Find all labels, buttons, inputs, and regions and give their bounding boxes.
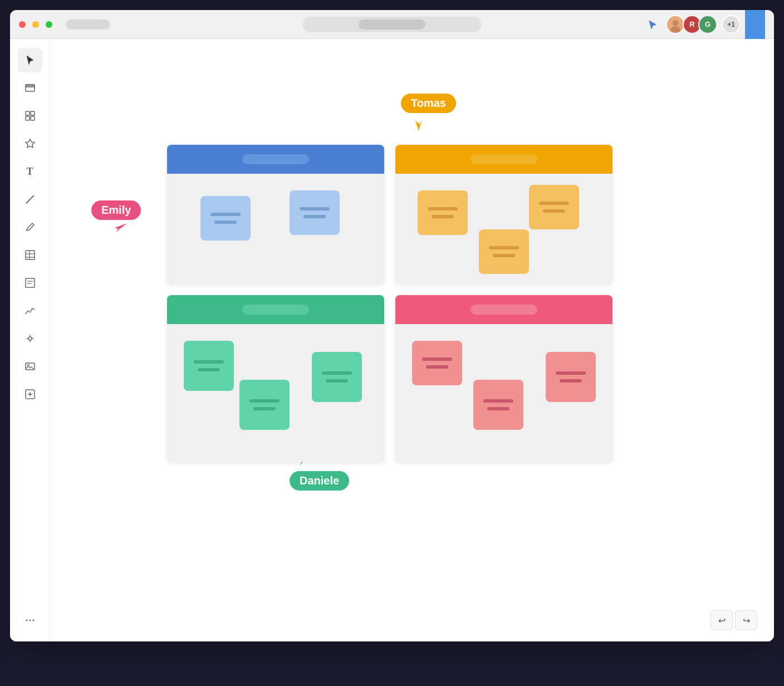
svg-point-27 [26,620,27,621]
svg-rect-14 [26,278,35,287]
sidebar-item-image[interactable] [18,354,42,379]
canvas[interactable]: Emily Tomas [50,39,774,641]
sidebar-item-select[interactable] [18,48,42,72]
url-bar[interactable] [303,17,481,32]
title-bar-right: R G +1 [644,10,765,39]
title-bar-left [19,19,110,30]
undo-button[interactable]: ↩ [710,610,733,630]
sidebar-item-mindmap[interactable] [18,326,42,351]
svg-rect-4 [26,85,35,87]
emily-label: Emily [91,200,141,220]
sidebar-item-line[interactable] [18,187,42,212]
sidebar-item-favorites[interactable] [18,131,42,156]
svg-rect-6 [31,111,35,115]
card-orange-1[interactable] [418,190,468,235]
svg-rect-5 [26,111,30,115]
avatar-group: R G [686,15,717,34]
collaborators-more[interactable]: +1 [722,15,741,34]
avatar-emily[interactable] [666,15,685,34]
board-orange-header [395,145,612,174]
back-forward-bar [66,19,110,30]
card-green-3[interactable] [312,352,362,402]
minimize-btn[interactable] [32,21,39,28]
action-button[interactable] [745,10,765,39]
card-green-2[interactable] [239,380,290,430]
cursor-tool-btn[interactable] [644,16,661,33]
sidebar-item-pen[interactable] [18,215,42,239]
redo-button[interactable]: ↪ [735,610,757,630]
emily-arrow-icon [111,220,129,241]
card-blue-1[interactable] [200,196,251,241]
board-orange [395,145,612,284]
browser-window: R G +1 [10,10,774,641]
main-area: T [10,39,774,641]
address-text [359,19,425,30]
card-pink-1[interactable] [412,341,462,385]
svg-point-28 [29,620,31,621]
tomas-label: Tomas [401,94,456,113]
board-pink [395,295,612,462]
svg-rect-8 [31,116,35,120]
svg-point-23 [27,365,29,366]
card-orange-3[interactable] [479,229,529,274]
card-pink-3[interactable] [546,352,596,402]
undo-redo-controls: ↩ ↪ [710,610,757,630]
cursor-tomas: Tomas [401,94,456,134]
board-pink-header [395,295,612,324]
board-blue [167,145,384,284]
daniele-label: Daniele [290,471,349,491]
sidebar-item-chart[interactable] [18,298,42,323]
svg-line-9 [26,195,34,203]
sidebar: T [10,39,50,641]
sidebar-item-frames[interactable] [18,76,42,100]
board-blue-body [167,174,384,284]
board-green-body [167,324,384,462]
svg-point-17 [28,337,32,340]
sidebar-item-text[interactable]: T [18,159,42,184]
tomas-arrow-icon [411,116,427,134]
maximize-btn[interactable] [46,21,52,28]
board-orange-body [395,174,612,284]
board-green [167,295,384,462]
sidebar-item-shapes[interactable] [18,104,42,128]
card-pink-2[interactable] [473,380,523,430]
card-blue-2[interactable] [290,190,340,235]
card-green-1[interactable] [184,341,234,391]
sidebar-item-add[interactable] [18,382,42,406]
board-orange-title [471,154,537,164]
svg-rect-7 [26,116,30,120]
board-green-title [242,305,309,315]
board-blue-title [242,154,309,164]
svg-point-29 [32,620,34,621]
board-pink-body [395,324,612,462]
svg-rect-10 [26,251,35,259]
avatar-g[interactable]: G [698,15,717,34]
title-bar: R G +1 [10,10,774,39]
svg-point-2 [670,26,680,33]
sidebar-item-more[interactable] [18,608,42,633]
board-green-header [167,295,384,324]
board-blue-header [167,145,384,174]
cursor-emily: Emily [91,200,141,241]
card-orange-2[interactable] [529,185,579,229]
close-btn[interactable] [19,21,26,28]
board-pink-title [471,305,537,315]
sidebar-item-sticky[interactable] [18,271,42,295]
sidebar-item-table[interactable] [18,243,42,267]
svg-point-1 [673,20,679,26]
